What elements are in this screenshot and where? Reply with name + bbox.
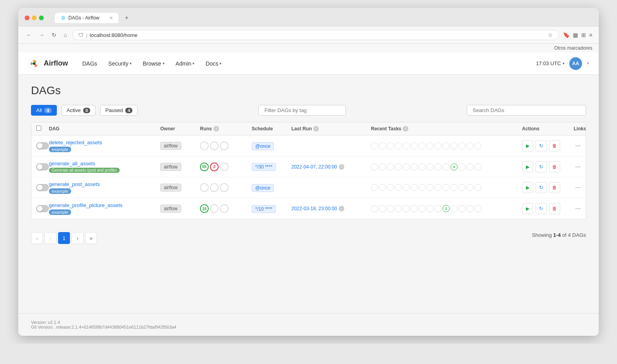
recent-tasks-info-icon[interactable]: i <box>403 126 408 132</box>
row4-task10[interactable]: 1 <box>442 205 450 212</box>
tab-close-button[interactable]: ✕ <box>109 15 113 21</box>
time-display[interactable]: 17:03 UTC ▾ <box>536 60 565 66</box>
row3-play-button[interactable]: ▶ <box>522 182 533 193</box>
page-title: DAGs <box>31 84 586 97</box>
active-tab[interactable]: DAGs - Airflow ✕ <box>55 13 118 23</box>
tabs-icon[interactable]: ⊞ <box>581 32 586 38</box>
menu-icon[interactable]: ≡ <box>589 32 592 38</box>
row2-task-circles: 3 <box>371 163 522 170</box>
row1-toggle[interactable] <box>36 142 49 149</box>
tag-filter-input[interactable] <box>258 105 346 116</box>
row4-task12 <box>458 205 466 212</box>
search-dags-input[interactable] <box>467 105 586 116</box>
address-bar[interactable]: 🛡 | localhost:8080/home ☆ <box>72 30 559 40</box>
row3-toggle[interactable] <box>36 184 49 191</box>
row3-task2 <box>379 184 386 191</box>
row2-links-cell: ··· <box>574 163 586 170</box>
row1-dag-name[interactable]: delete_rejected_assets <box>49 139 160 145</box>
first-page-button[interactable]: « <box>31 232 43 244</box>
user-avatar[interactable]: AA <box>569 57 582 70</box>
row3-dag-name[interactable]: generate_post_assets <box>49 181 160 187</box>
last-page-button[interactable]: » <box>85 232 97 244</box>
row1-dag-tag[interactable]: example <box>49 147 71 152</box>
reading-list-icon[interactable]: 🔖 <box>563 32 570 38</box>
row4-schedule-cell: */10 **** <box>252 206 291 212</box>
row1-runs-cell <box>200 141 252 150</box>
sidebar-icon[interactable]: ▦ <box>573 32 578 38</box>
nav-admin[interactable]: Admin ▾ <box>171 58 200 69</box>
nav-dags[interactable]: DAGs <box>78 58 102 69</box>
row4-last-run[interactable]: 2022-03-18, 23:00:00 i <box>291 206 371 211</box>
row2-lastrun-info-icon[interactable]: i <box>339 164 344 170</box>
row2-task11[interactable]: 3 <box>450 163 458 170</box>
row2-more-button[interactable]: ··· <box>574 163 582 170</box>
refresh-button[interactable]: ↻ <box>50 31 58 39</box>
row4-delete-button[interactable]: 🗑 <box>549 203 560 214</box>
row4-run1[interactable]: 16 <box>200 204 209 213</box>
last-run-info-icon[interactable]: i <box>313 126 319 132</box>
row3-task5 <box>403 184 410 191</box>
airflow-tab-icon <box>60 15 66 21</box>
row4-lastrun-info-icon[interactable]: i <box>339 206 344 211</box>
table-header: DAG Owner Runs i Schedule Last Run i <box>31 122 586 136</box>
row2-schedule-cell: */30 **** <box>252 164 291 170</box>
header-recent-tasks: Recent Tasks i <box>371 126 522 132</box>
row2-refresh-button[interactable]: ↻ <box>536 161 547 172</box>
row1-task12 <box>458 142 466 149</box>
current-page-button[interactable]: 1 <box>58 232 70 244</box>
row2-run1[interactable]: 55 <box>200 163 209 171</box>
row1-toggle-knob <box>37 143 43 149</box>
close-button[interactable] <box>25 15 29 20</box>
row1-delete-button[interactable]: 🗑 <box>549 140 560 151</box>
row1-play-button[interactable]: ▶ <box>522 140 533 151</box>
bookmarks-label[interactable]: Otros marcadores <box>554 45 592 51</box>
nav-docs[interactable]: Docs ▾ <box>201 58 226 69</box>
row4-more-button[interactable]: ··· <box>574 205 582 212</box>
row2-toggle[interactable] <box>36 163 49 170</box>
row2-last-run[interactable]: 2022-04-07, 22:00:00 i <box>291 164 371 170</box>
row4-dag-name[interactable]: generate_profile_picture_assets <box>49 202 160 208</box>
row1-more-button[interactable]: ··· <box>574 142 582 149</box>
runs-info-icon[interactable]: i <box>213 126 219 132</box>
row3-dag-tag[interactable]: example <box>49 188 71 194</box>
row4-actions-cell: ▶ ↻ 🗑 <box>522 203 574 214</box>
row2-delete-button[interactable]: 🗑 <box>549 161 560 172</box>
row3-delete-button[interactable]: 🗑 <box>549 182 560 193</box>
row1-refresh-button[interactable]: ↻ <box>536 140 547 151</box>
new-tab-button[interactable]: + <box>122 13 132 23</box>
filter-all-button[interactable]: All 4 <box>31 105 57 116</box>
row2-play-button[interactable]: ▶ <box>522 161 533 172</box>
row4-dag-tag[interactable]: example <box>49 209 71 215</box>
row3-dag-cell: generate_post_assets example <box>49 181 160 194</box>
forward-button[interactable]: → <box>37 31 46 39</box>
row3-more-button[interactable]: ··· <box>574 184 582 191</box>
row4-toggle[interactable] <box>36 205 49 212</box>
browse-caret-icon: ▾ <box>163 61 165 66</box>
row2-dag-tag[interactable]: Generate all assets (post and profile) <box>49 168 120 173</box>
row4-task11 <box>450 205 458 212</box>
row4-task2 <box>379 205 386 212</box>
nav-browse[interactable]: Browse ▾ <box>138 58 169 69</box>
row3-refresh-button[interactable]: ↻ <box>536 182 547 193</box>
brand-name: Airflow <box>44 59 68 68</box>
prev-page-button[interactable]: ‹ <box>45 232 56 244</box>
filter-paused-button[interactable]: Paused 4 <box>100 105 138 116</box>
row2-run2[interactable]: 3 <box>210 163 219 171</box>
row4-refresh-button[interactable]: ↻ <box>536 203 547 214</box>
minimize-button[interactable] <box>32 15 37 20</box>
back-button[interactable]: ← <box>25 31 33 39</box>
filter-active-button[interactable]: Active 0 <box>62 105 96 116</box>
row4-play-button[interactable]: ▶ <box>522 203 533 214</box>
nav-security[interactable]: Security ▾ <box>103 58 136 69</box>
home-button[interactable]: ⌂ <box>62 31 68 39</box>
pagination: « ‹ 1 › » <box>31 232 97 244</box>
row4-task14 <box>474 205 481 212</box>
next-page-button[interactable]: › <box>72 232 83 244</box>
row2-dag-name[interactable]: generate_all_assets <box>49 161 160 167</box>
select-all-checkbox[interactable] <box>36 126 41 131</box>
filter-inputs <box>142 105 586 116</box>
navbar-brand[interactable]: Airflow <box>28 57 68 70</box>
maximize-button[interactable] <box>39 15 44 20</box>
row1-task2 <box>379 142 386 149</box>
bookmark-icon[interactable]: ☆ <box>548 32 553 38</box>
